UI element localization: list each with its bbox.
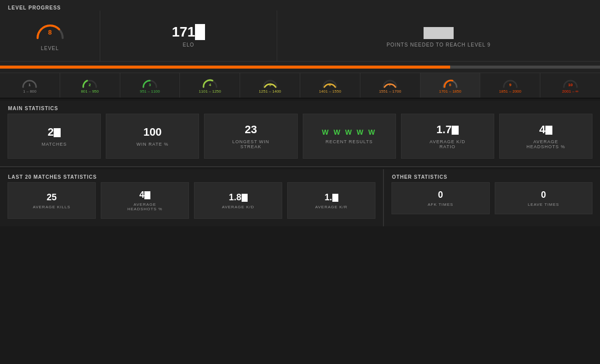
level-markers-row: 1 1 – 800 2 801 – 950 3 951 – 1100 bbox=[0, 73, 600, 98]
points-value bbox=[424, 24, 454, 40]
afk-value: 0 bbox=[438, 190, 443, 200]
stat-card-winrate: 100 WIN RATE % bbox=[106, 114, 199, 159]
progress-bar-track bbox=[0, 66, 600, 69]
main-stats-title: MAIN STATISTICS bbox=[0, 101, 600, 111]
elo-label: ELO bbox=[182, 42, 194, 48]
avg-kd-value: 1.8 bbox=[229, 192, 248, 203]
svg-text:4: 4 bbox=[209, 83, 212, 87]
main-stats-section: MAIN STATISTICS 2 MATCHES 100 WIN RATE %… bbox=[0, 101, 600, 166]
other-stats-section: OTHER STATISTICS 0 AFK TIMES 0 LEAVE TIM… bbox=[384, 169, 600, 226]
level-marker-6: 6 1401 – 1550 bbox=[300, 73, 360, 98]
level-label: LEVEL bbox=[41, 46, 59, 51]
stat-card-hs: 4 AVERAGEHEADSHOTS % bbox=[499, 114, 592, 159]
svg-text:1: 1 bbox=[29, 83, 31, 87]
bottom-card-leave: 0 LEAVE TIMES bbox=[495, 182, 592, 214]
avg-kd-label: AVERAGE K/D bbox=[222, 205, 255, 209]
kd-value: 1.7 bbox=[436, 123, 459, 136]
level-marker-10: 10 2001 – ∞ bbox=[540, 73, 600, 98]
elo-value: 171 bbox=[172, 24, 206, 40]
hs-value: 4 bbox=[539, 123, 552, 136]
results-value: W W W W W bbox=[322, 128, 376, 136]
stat-card-kd: 1.7 AVERAGE K/DRATIO bbox=[401, 114, 494, 159]
progress-bar-section bbox=[0, 62, 600, 73]
streak-label: LONGEST WINSTREAK bbox=[233, 139, 270, 149]
level-marker-5: 5 1251 – 1400 bbox=[240, 73, 300, 98]
level-marker-8: 8 1701 – 1850 bbox=[421, 73, 481, 98]
results-label: RECENT RESULTS bbox=[326, 139, 373, 144]
matches-label: MATCHES bbox=[42, 142, 67, 147]
streak-value: 23 bbox=[245, 123, 257, 136]
level-value: 8 bbox=[48, 29, 52, 36]
matches-value: 2 bbox=[48, 126, 61, 139]
svg-text:10: 10 bbox=[568, 83, 572, 87]
level-marker-2: 2 801 – 950 bbox=[60, 73, 120, 98]
level-top-row: 8 LEVEL 171 ELO POINTS NEEDED TO REACH L… bbox=[0, 11, 600, 62]
elo-card: 171 ELO bbox=[100, 11, 277, 61]
avg-hs-label: AVERAGEHEADSHOTS % bbox=[127, 202, 162, 211]
leave-label: LEAVE TIMES bbox=[528, 202, 559, 207]
avg-kr-value: 1. bbox=[325, 192, 338, 203]
level-progress-section: LEVEL PROGRESS 8 LEVEL 171 ELO bbox=[0, 0, 600, 99]
bottom-sections: LAST 20 MATCHES STATISTICS 25 AVERAGE KI… bbox=[0, 169, 600, 226]
last20-section: LAST 20 MATCHES STATISTICS 25 AVERAGE KI… bbox=[0, 169, 384, 226]
level-gauge: 8 bbox=[35, 21, 65, 41]
svg-text:2: 2 bbox=[89, 83, 91, 87]
svg-text:9: 9 bbox=[509, 83, 512, 87]
svg-text:8: 8 bbox=[449, 83, 452, 87]
hs-label: AVERAGEHEADSHOTS % bbox=[526, 139, 565, 149]
level-marker-7: 7 1551 – 1700 bbox=[360, 73, 421, 98]
bottom-card-hs: 4 AVERAGEHEADSHOTS % bbox=[101, 182, 189, 219]
bottom-card-kills: 25 AVERAGE KILLS bbox=[8, 182, 96, 219]
last20-title: LAST 20 MATCHES STATISTICS bbox=[0, 169, 383, 180]
divider bbox=[0, 166, 600, 167]
bottom-card-afk: 0 AFK TIMES bbox=[391, 182, 489, 214]
stat-card-matches: 2 MATCHES bbox=[8, 114, 101, 159]
level-marker-3: 3 951 – 1100 bbox=[120, 73, 180, 98]
level-card: 8 LEVEL bbox=[0, 11, 100, 61]
last20-stats-row: 25 AVERAGE KILLS 4 AVERAGEHEADSHOTS % 1.… bbox=[0, 180, 383, 226]
level-marker-9: 9 1851 – 2000 bbox=[480, 73, 540, 98]
points-card: POINTS NEEDED TO REACH LEVEL 9 bbox=[277, 11, 600, 61]
winrate-label: WIN RATE % bbox=[136, 142, 168, 147]
bottom-card-kd: 1.8 AVERAGE K/D bbox=[194, 182, 282, 219]
level-marker-1: 1 1 – 800 bbox=[0, 73, 60, 98]
svg-text:5: 5 bbox=[269, 83, 271, 87]
avg-kr-label: AVERAGE K/R bbox=[315, 205, 348, 209]
winrate-value: 100 bbox=[143, 126, 162, 139]
main-stats-row: 2 MATCHES 100 WIN RATE % 23 LONGEST WINS… bbox=[0, 111, 600, 161]
stat-card-results: W W W W W RECENT RESULTS bbox=[303, 114, 396, 159]
svg-text:3: 3 bbox=[149, 83, 151, 87]
svg-text:6: 6 bbox=[329, 83, 331, 87]
other-stats-title: OTHER STATISTICS bbox=[384, 169, 600, 180]
avg-kills-label: AVERAGE KILLS bbox=[33, 205, 70, 209]
leave-value: 0 bbox=[541, 190, 546, 200]
level-marker-4: 4 1101 – 1250 bbox=[180, 73, 240, 98]
svg-text:7: 7 bbox=[389, 83, 391, 87]
points-label: POINTS NEEDED TO REACH LEVEL 9 bbox=[386, 42, 491, 48]
level-progress-title: LEVEL PROGRESS bbox=[0, 0, 600, 11]
progress-bar-fill bbox=[0, 66, 450, 69]
kd-label: AVERAGE K/DRATIO bbox=[430, 139, 465, 149]
avg-hs-value: 4 bbox=[139, 190, 150, 200]
other-stats-row: 0 AFK TIMES 0 LEAVE TIMES bbox=[384, 180, 600, 222]
bottom-card-kr: 1. AVERAGE K/R bbox=[287, 182, 375, 219]
stat-card-streak: 23 LONGEST WINSTREAK bbox=[204, 114, 297, 159]
avg-kills-value: 25 bbox=[47, 192, 57, 203]
afk-label: AFK TIMES bbox=[428, 202, 453, 207]
